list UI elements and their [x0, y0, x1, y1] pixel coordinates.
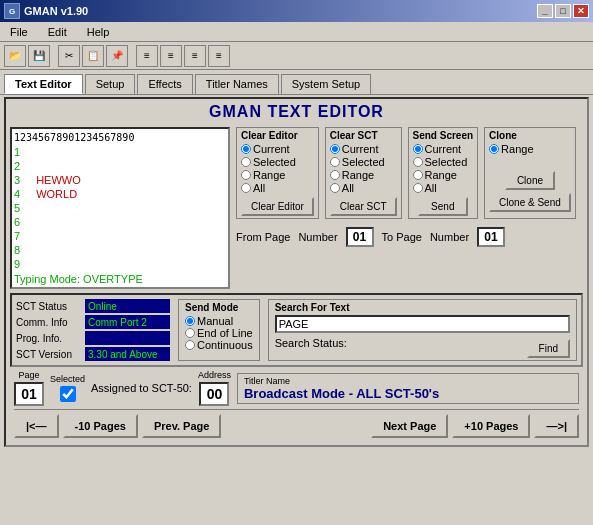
- clone-range[interactable]: Range: [489, 143, 571, 155]
- send-manual[interactable]: Manual: [185, 315, 253, 327]
- tab-setup[interactable]: Setup: [85, 74, 136, 94]
- align-left-button[interactable]: ≡: [136, 45, 158, 67]
- titler-area: Titler Name Broadcast Mode - ALL SCT-50'…: [237, 373, 579, 404]
- paste-button[interactable]: 📌: [106, 45, 128, 67]
- address-label: Address: [198, 370, 231, 380]
- main-content: GMAN TEXT EDITOR 12345678901234567890 1 …: [4, 97, 589, 447]
- to-page-label: To Page: [382, 231, 422, 243]
- clear-editor-selected[interactable]: Selected: [241, 156, 314, 168]
- from-number-label: Number: [298, 231, 337, 243]
- clear-editor-options: Current Selected Range All: [241, 143, 314, 194]
- search-input[interactable]: [275, 315, 570, 333]
- line-num-3: 3: [14, 173, 20, 187]
- send-screen-title: Send Screen: [413, 130, 474, 141]
- clear-editor-current[interactable]: Current: [241, 143, 314, 155]
- next10-pages-button[interactable]: +10 Pages: [452, 414, 530, 438]
- right-panels: Clear Editor Current Selected Range All …: [236, 127, 583, 289]
- title-bar: G GMAN v1.90 _ □ ✕: [0, 0, 593, 22]
- cut-button[interactable]: ✂: [58, 45, 80, 67]
- save-button[interactable]: 💾: [28, 45, 50, 67]
- ruler: 12345678901234567890: [14, 131, 226, 145]
- sct-version-label: SCT Version: [16, 349, 81, 360]
- clear-sct-range[interactable]: Range: [330, 169, 397, 181]
- open-button[interactable]: 📂: [4, 45, 26, 67]
- send-all[interactable]: All: [413, 182, 474, 194]
- menu-file[interactable]: File: [4, 24, 34, 40]
- send-selected[interactable]: Selected: [413, 156, 474, 168]
- status-area: SCT Status Online Comm. Info Comm Port 2…: [10, 293, 583, 367]
- clear-sct-title: Clear SCT: [330, 130, 397, 141]
- titler-label: Titler Name: [244, 376, 572, 386]
- clear-sct-all[interactable]: All: [330, 182, 397, 194]
- line-num-2: 2: [14, 159, 20, 173]
- bottom-row: Page 01 Selected Assigned to SCT-50: Add…: [14, 370, 579, 406]
- clear-editor-title: Clear Editor: [241, 130, 314, 141]
- search-status-label: Search Status:: [275, 337, 347, 349]
- search-title: Search For Text: [275, 302, 570, 313]
- clone-button[interactable]: Clone: [505, 171, 555, 190]
- selected-checkbox[interactable]: [60, 386, 76, 402]
- tab-effects[interactable]: Effects: [137, 74, 192, 94]
- clear-sct-button[interactable]: Clear SCT: [330, 197, 397, 216]
- send-button[interactable]: Send: [418, 197, 468, 216]
- clone-send-button[interactable]: Clone & Send: [489, 193, 571, 212]
- clear-editor-all[interactable]: All: [241, 182, 314, 194]
- send-mode-panel: Send Mode Manual End of Line Continuous: [178, 299, 260, 361]
- clear-sct-panel: Clear SCT Current Selected Range All Cle…: [325, 127, 402, 219]
- prev-page-button[interactable]: Prev. Page: [142, 414, 221, 438]
- from-number-value: 01: [346, 227, 374, 247]
- status-left: SCT Status Online Comm. Info Comm Port 2…: [16, 299, 170, 361]
- clear-sct-current[interactable]: Current: [330, 143, 397, 155]
- align-justify-button[interactable]: ≡: [208, 45, 230, 67]
- editor-line-world: WORLD: [36, 187, 81, 201]
- comm-info-label: Comm. Info: [16, 317, 81, 328]
- address-value: 00: [199, 382, 229, 406]
- menu-help[interactable]: Help: [81, 24, 116, 40]
- send-continuous[interactable]: Continuous: [185, 339, 253, 351]
- next-page-button[interactable]: Next Page: [371, 414, 448, 438]
- clear-sct-selected[interactable]: Selected: [330, 156, 397, 168]
- menu-bar: File Edit Help: [0, 22, 593, 42]
- send-eol[interactable]: End of Line: [185, 327, 253, 339]
- find-button[interactable]: Find: [527, 339, 570, 358]
- close-button[interactable]: ✕: [573, 4, 589, 18]
- selected-label: Selected: [50, 374, 85, 384]
- line-num-9: 9: [14, 257, 20, 271]
- clone-title: Clone: [489, 130, 571, 141]
- to-number-value: 01: [477, 227, 505, 247]
- send-current[interactable]: Current: [413, 143, 474, 155]
- tab-titler-names[interactable]: Titler Names: [195, 74, 279, 94]
- tab-bar: Text Editor Setup Effects Titler Names S…: [0, 70, 593, 95]
- line-num-8: 8: [14, 243, 20, 257]
- line-num-7: 7: [14, 229, 20, 243]
- editor-line-hewwo: HEWWO: [36, 173, 81, 187]
- last-page-button[interactable]: —>|: [534, 414, 579, 438]
- editor-pane[interactable]: 12345678901234567890 1 2 3 4 5 6 7 8 9 H…: [10, 127, 230, 289]
- clear-editor-range[interactable]: Range: [241, 169, 314, 181]
- sct-version-value: 3.30 and Above: [85, 347, 170, 361]
- editor-content[interactable]: HEWWO WORLD: [36, 145, 81, 271]
- align-right-button[interactable]: ≡: [184, 45, 206, 67]
- first-page-button[interactable]: |<—: [14, 414, 59, 438]
- toolbar: 📂 💾 ✂ 📋 📌 ≡ ≡ ≡ ≡: [0, 42, 593, 70]
- clear-editor-button[interactable]: Clear Editor: [241, 197, 314, 216]
- line-num-1: 1: [14, 145, 20, 159]
- align-center-button[interactable]: ≡: [160, 45, 182, 67]
- tab-text-editor[interactable]: Text Editor: [4, 74, 83, 94]
- clone-panel: Clone Range Clone Clone & Send: [484, 127, 576, 219]
- line-num-5: 5: [14, 201, 20, 215]
- typing-mode: Typing Mode: OVERTYPE: [14, 273, 226, 285]
- minimize-button[interactable]: _: [537, 4, 553, 18]
- menu-edit[interactable]: Edit: [42, 24, 73, 40]
- tab-system-setup[interactable]: System Setup: [281, 74, 371, 94]
- line-num-4: 4: [14, 187, 20, 201]
- prev10-pages-button[interactable]: -10 Pages: [63, 414, 138, 438]
- page-value: 01: [14, 382, 44, 406]
- maximize-button[interactable]: □: [555, 4, 571, 18]
- line-numbers: 1 2 3 4 5 6 7 8 9: [14, 145, 20, 271]
- send-range[interactable]: Range: [413, 169, 474, 181]
- editor-title: GMAN TEXT EDITOR: [10, 103, 583, 121]
- titler-value: Broadcast Mode - ALL SCT-50's: [244, 386, 572, 401]
- copy-button[interactable]: 📋: [82, 45, 104, 67]
- send-screen-options: Current Selected Range All: [413, 143, 474, 194]
